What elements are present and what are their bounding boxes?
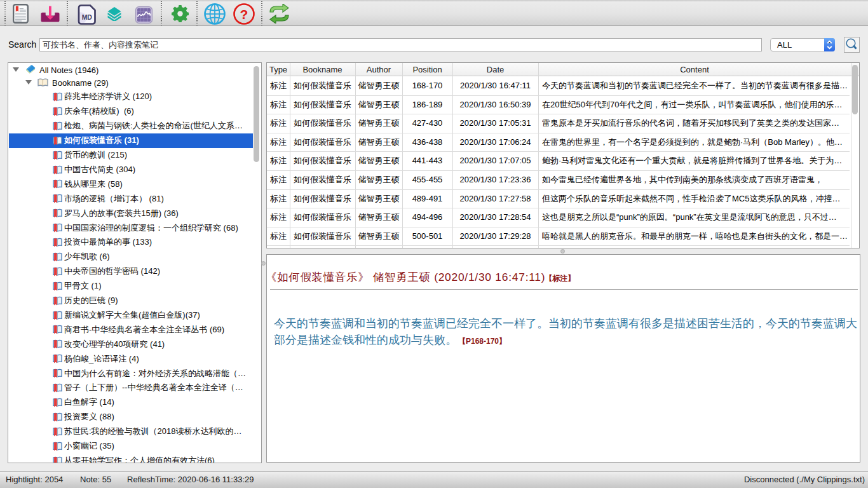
svg-text:?: ? xyxy=(240,7,248,22)
svg-text:MD: MD xyxy=(82,13,93,21)
